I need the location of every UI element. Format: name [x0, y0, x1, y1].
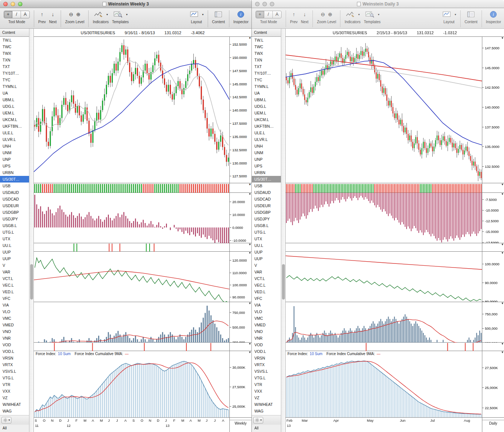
sidebar-ticker-item[interactable]: VRSN [0, 355, 29, 361]
sidebar-ticker-item[interactable]: TWC [0, 43, 29, 50]
sidebar-ticker-item[interactable]: VFC [0, 295, 29, 302]
sidebar-ticker-item[interactable]: VLO [0, 308, 29, 315]
sidebar-ticker-item[interactable]: VTR [252, 381, 281, 388]
sidebar-ticker-item[interactable]: USGB.L [252, 222, 281, 229]
sidebar-ticker-item[interactable]: USGB.L [0, 222, 29, 229]
sidebar-ticker-item[interactable]: UU.L [0, 242, 29, 249]
sidebar-ticker-item[interactable]: VNO [252, 328, 281, 335]
sidebar-ticker-item[interactable]: UPS [0, 163, 29, 169]
panel-disclosure-icon[interactable]: ▾ [249, 242, 251, 246]
sidebar-ticker-item[interactable]: UUP [252, 249, 281, 255]
zoom-out-button[interactable]: ⊖ [69, 10, 74, 19]
sidebar-ticker-item[interactable]: VSVS.L [0, 368, 29, 375]
panel-disclosure-icon[interactable]: ▾ [249, 192, 251, 196]
sidebar-ticker-item[interactable]: TYC [252, 77, 281, 83]
sidebar-ticker-item[interactable]: USDCAD [0, 196, 29, 202]
sidebar-ticker-item[interactable]: VIA [0, 302, 29, 308]
sidebar-ticker-item[interactable]: VAR [252, 269, 281, 275]
sidebar-ticker-item[interactable]: VFC [252, 295, 281, 302]
sidebar-ticker-item[interactable]: UU.L [252, 242, 281, 249]
sidebar-ticker-item[interactable]: TXN [0, 57, 29, 63]
sidebar-ticker-item[interactable]: USDJPY [0, 216, 29, 222]
sidebar-ticker-item[interactable]: VSVS.L [252, 368, 281, 375]
zoom-in-button[interactable]: ⊕ [76, 10, 81, 19]
panel-disclosure-icon[interactable]: ▾ [249, 183, 251, 186]
period-selector[interactable]: Daily [482, 420, 504, 425]
sidebar-ticker-item[interactable]: USDEUR [252, 202, 281, 209]
sidebar-ticker-item[interactable]: VNO [0, 328, 29, 335]
panel-disclosure-icon[interactable]: ▾ [249, 301, 251, 305]
indicators-button[interactable]: ▾ Indicators [344, 10, 360, 24]
sidebar-ticker-item[interactable]: WAG [252, 408, 281, 414]
sidebar-ticker-item[interactable]: VTG.L [252, 375, 281, 381]
content-tab[interactable]: Content [0, 29, 29, 37]
indicators-button[interactable]: ▾ Indicators [93, 10, 108, 24]
sidebar-ticker-item[interactable]: VEC.L [0, 282, 29, 288]
sidebar-ticker-item[interactable]: TXT [252, 63, 281, 70]
sidebar-ticker-item[interactable]: VCT.L [252, 275, 281, 282]
panel-disclosure-icon[interactable]: ▾ [249, 36, 251, 40]
sidebar-ticker-item[interactable]: VIA [252, 302, 281, 308]
sidebar-ticker-item[interactable]: TWX [0, 50, 29, 57]
sidebar-ticker-item[interactable]: URBN [252, 169, 281, 176]
price-chart-canvas[interactable] [34, 37, 229, 183]
sidebar-scrollbar[interactable] [281, 29, 286, 432]
sidebar-ticker-item[interactable]: UNM [0, 149, 29, 156]
layout-button[interactable]: ▾ Layout [442, 10, 456, 24]
sidebar-ticker-item[interactable]: USDJPY [252, 216, 281, 222]
sidebar-ticker-item[interactable]: UNH [0, 143, 29, 149]
sidebar-ticker-item[interactable]: USDAUD [0, 189, 29, 196]
panel-disclosure-icon[interactable]: ▾ [249, 251, 251, 255]
sidebar-ticker-item[interactable]: UUP [0, 249, 29, 255]
sidebar-ticker-item[interactable]: W/WHEAT [252, 401, 281, 408]
sidebar-ticker-item[interactable]: TY/10T… [252, 70, 281, 77]
panel-disclosure-icon[interactable]: ▾ [249, 342, 251, 346]
sidebar-ticker-item[interactable]: TWX [252, 50, 281, 57]
sidebar-ticker-item[interactable]: VZ [252, 394, 281, 401]
templates-button[interactable]: ▾ Templates [112, 10, 129, 24]
sidebar-ticker-item[interactable]: UDG.L [0, 103, 29, 110]
sidebar-ticker-item[interactable]: UNM [252, 149, 281, 156]
panel-disclosure-icon[interactable]: ▾ [501, 301, 503, 305]
sidebar-ticker-item[interactable]: VLO [252, 308, 281, 315]
relative-performance-histogram-canvas[interactable] [286, 193, 482, 248]
sidebar-ticker-item[interactable]: TW.L [252, 37, 281, 43]
sidebar-ticker-item[interactable]: USB [252, 183, 281, 189]
sidebar-ticker-item[interactable]: UDG.L [252, 103, 281, 110]
sidebar-ticker-item[interactable]: UA [0, 90, 29, 96]
content-button[interactable]: Content [465, 10, 478, 24]
next-button[interactable]: ↓ Next [49, 10, 57, 24]
prev-button[interactable]: ↑ Prev [38, 10, 46, 24]
sidebar-ticker-item[interactable]: UBM.L [252, 96, 281, 103]
sidebar-ticker-item[interactable]: VTG.L [0, 375, 29, 381]
sidebar-ticker-item[interactable]: UKCM.L [0, 116, 29, 123]
sidebar-ticker-item[interactable]: USDGBP [252, 209, 281, 216]
next-button[interactable]: ↓ Next [301, 10, 309, 24]
sidebar-ticker-item[interactable]: USDCAD [252, 196, 281, 202]
zoom-window-button[interactable] [18, 2, 22, 6]
sidebar-ticker-item[interactable]: USDEUR [0, 202, 29, 209]
line-tool-button[interactable]: / [12, 11, 21, 18]
sidebar-ticker-item[interactable]: UTX [252, 236, 281, 242]
sidebar-ticker-item[interactable]: USDAUD [252, 189, 281, 196]
sidebar-scrollbar[interactable] [29, 29, 34, 432]
relative-performance-line-canvas[interactable] [286, 252, 482, 307]
sidebar-ticker-item[interactable]: VMED [0, 322, 29, 328]
sidebar-ticker-item[interactable]: VED.L [252, 288, 281, 295]
sidebar-ticker-item[interactable]: UKCM.L [252, 116, 281, 123]
sidebar-ticker-item[interactable]: TWC [252, 43, 281, 50]
sidebar-ticker-item[interactable]: W/WHEAT [0, 401, 29, 408]
sidebar-ticker-item[interactable]: VXX [252, 388, 281, 394]
panel-disclosure-icon[interactable]: ▾ [501, 36, 503, 40]
zoom-out-button[interactable]: ⊖ [321, 10, 325, 19]
sidebar-ticker-item[interactable]: UKFTBN… [0, 123, 29, 130]
sidebar-ticker-item[interactable]: VRTX [252, 361, 281, 368]
sidebar-ticker-item[interactable]: UNP [0, 156, 29, 163]
sidebar-ticker-item[interactable]: US/30T… [252, 176, 281, 183]
sidebar-ticker-item[interactable]: VRTX [0, 361, 29, 368]
sidebar-ticker-item[interactable]: UUP [0, 255, 29, 262]
minimize-button[interactable] [11, 2, 15, 6]
sidebar-ticker-item[interactable]: US/30T… [0, 176, 29, 183]
panel-disclosure-icon[interactable]: ▾ [249, 350, 251, 354]
sidebar-ticker-item[interactable]: UKFTBN… [252, 123, 281, 130]
